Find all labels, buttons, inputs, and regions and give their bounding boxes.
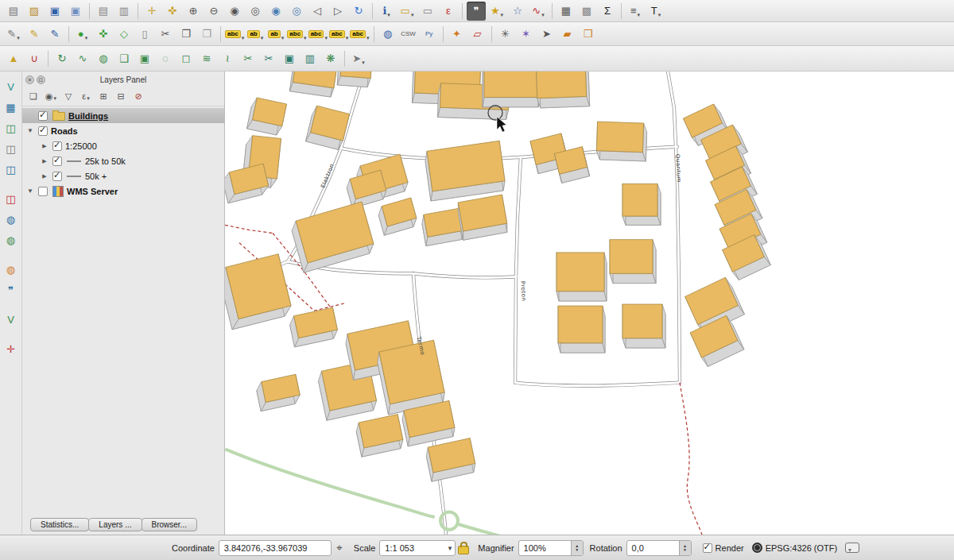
composer-manager-icon[interactable]: ▥ xyxy=(114,2,134,21)
rotate-feature-icon[interactable]: ↻ xyxy=(52,49,72,68)
dropdown-caret-icon[interactable]: ▾ xyxy=(242,35,245,44)
label-pin-icon[interactable]: ab▾ xyxy=(266,25,285,44)
collapse-arrow-icon[interactable]: ▼ xyxy=(25,127,35,134)
new-shapefile-layer-icon[interactable]: V xyxy=(2,310,21,329)
buildings-checkbox[interactable] xyxy=(38,111,48,121)
trace-tool-icon[interactable]: ➤▾ xyxy=(349,49,368,68)
add-delimited-text-icon[interactable]: ❞ xyxy=(2,280,21,299)
map-tips-icon[interactable]: ❞ xyxy=(467,2,486,21)
measure-icon[interactable]: ∿▾ xyxy=(529,2,548,21)
stepper-arrows-icon[interactable]: ▲▼ xyxy=(679,541,691,555)
current-edits-icon[interactable]: ✎▾ xyxy=(4,25,23,44)
attribute-table-icon[interactable]: ▦ xyxy=(556,2,576,21)
cad-input-icon[interactable]: ▲ xyxy=(4,49,23,68)
expand-arrow-icon[interactable]: ▶ xyxy=(40,173,49,180)
zoom-full-icon[interactable]: ◎ xyxy=(246,2,265,21)
add-wfs-layer-icon[interactable]: ◍ xyxy=(2,260,21,279)
zoom-last-icon[interactable]: ◁ xyxy=(308,2,327,21)
render-checkbox[interactable]: Render xyxy=(700,543,744,553)
simplify-feature-icon[interactable]: ∿ xyxy=(73,49,92,68)
zoom-out-icon[interactable]: ⊖ xyxy=(204,2,223,21)
paste-features-icon[interactable]: ❐ xyxy=(197,25,216,44)
dropdown-caret-icon[interactable]: ▾ xyxy=(362,60,365,68)
stepper-arrows-icon[interactable]: ▲▼ xyxy=(571,541,583,555)
rule-25k-50k-checkbox[interactable] xyxy=(52,156,62,166)
georeferencer-icon[interactable]: ▱ xyxy=(468,25,487,44)
split-parts-icon[interactable]: ✂ xyxy=(238,49,258,68)
new-bookmark-icon[interactable]: ★▾ xyxy=(487,2,506,21)
pan-to-selection-icon[interactable]: ✜ xyxy=(163,2,182,21)
copy-features-icon[interactable]: ❐ xyxy=(176,25,196,44)
zoom-in-icon[interactable]: ⊕ xyxy=(184,2,203,21)
rotation-spinner[interactable]: 0,0 ▲▼ xyxy=(626,540,692,556)
add-wms-layer-icon[interactable]: ◍ xyxy=(2,210,21,229)
messages-icon[interactable] xyxy=(845,543,859,553)
measure-line-icon[interactable]: ≡▾ xyxy=(626,2,645,21)
collapse-arrow-icon[interactable]: ▼ xyxy=(25,187,35,195)
snapping-magnet-icon[interactable]: ∪ xyxy=(25,49,44,68)
panel-float-icon[interactable]: ⊡ xyxy=(37,75,45,84)
dropdown-caret-icon[interactable]: ▾ xyxy=(658,12,661,21)
expand-arrow-icon[interactable]: ▶ xyxy=(40,143,49,149)
project-save-as-icon[interactable]: ▣ xyxy=(66,2,85,21)
dropdown-caret-icon[interactable]: ▾ xyxy=(387,12,390,21)
show-bookmarks-icon[interactable]: ☆ xyxy=(508,2,527,21)
coordinate-input[interactable]: 3.842076,-33.967039 xyxy=(219,540,332,556)
scale-combobox[interactable]: 1:1 053 ▾ xyxy=(379,540,456,556)
deselect-features-icon[interactable]: ▭ xyxy=(418,2,437,21)
plugin-orange-1-icon[interactable]: ▰ xyxy=(558,25,577,44)
label-move-icon[interactable]: abc▾ xyxy=(308,25,328,44)
expand-arrow-icon[interactable]: ▶ xyxy=(40,158,49,164)
label-highlight-icon[interactable]: ab▾ xyxy=(246,25,265,44)
processing-toolbox-icon[interactable]: ✦ xyxy=(448,25,467,44)
rule-item-50k-plus[interactable]: ▶ 50k + xyxy=(22,168,224,183)
fill-ring-icon[interactable]: ▣ xyxy=(135,49,154,68)
dropdown-caret-icon[interactable]: ▾ xyxy=(17,35,20,44)
project-new-icon[interactable]: ▤ xyxy=(4,2,23,21)
manage-layer-visibility-icon[interactable]: ◉▾ xyxy=(43,88,59,104)
add-feature-icon[interactable]: ●▾ xyxy=(73,25,92,44)
rule-50k-checkbox[interactable] xyxy=(52,172,62,181)
remove-layer-group-icon[interactable]: ⊘ xyxy=(130,88,146,104)
refresh-map-icon[interactable]: ↻ xyxy=(349,2,368,21)
delete-ring-icon[interactable]: ◌ xyxy=(156,49,175,68)
dropdown-caret-icon[interactable]: ▾ xyxy=(346,35,349,44)
dropdown-caret-icon[interactable]: ▾ xyxy=(87,95,90,104)
identify-features-icon[interactable]: ℹ▾ xyxy=(377,2,396,21)
add-wcs-layer-icon[interactable]: ◍ xyxy=(2,230,21,249)
metasearch-csw-icon[interactable]: CSW xyxy=(399,25,418,44)
wand-tool-icon[interactable]: ✶ xyxy=(517,25,536,44)
zoom-next-icon[interactable]: ▷ xyxy=(328,2,347,21)
split-features-icon[interactable]: ✂ xyxy=(259,49,278,68)
offset-curve-icon[interactable]: ≋ xyxy=(197,49,216,68)
merge-features-icon[interactable]: ▣ xyxy=(280,49,299,68)
node-tool-icon[interactable]: ◇ xyxy=(114,25,134,44)
magnifier-spinner[interactable]: 100% ▲▼ xyxy=(518,540,584,556)
layer-item-roads[interactable]: ▼ Roads xyxy=(22,123,224,138)
filter-legend-icon[interactable]: ▽ xyxy=(60,88,76,104)
merge-attributes-icon[interactable]: ▥ xyxy=(301,49,320,68)
scale-lock-icon[interactable] xyxy=(456,540,471,556)
field-calculator-icon[interactable]: ▩ xyxy=(577,2,596,21)
rule-25000-checkbox[interactable] xyxy=(52,141,62,151)
dropdown-caret-icon[interactable]: ▾ xyxy=(54,95,57,104)
tab-layers[interactable]: Layers ... xyxy=(88,518,142,531)
dropdown-caret-icon[interactable]: ▾ xyxy=(261,35,264,44)
text-annotation-icon[interactable]: T▾ xyxy=(646,2,665,21)
roads-checkbox[interactable] xyxy=(38,126,48,136)
toggle-editing-icon[interactable]: ✎ xyxy=(25,25,44,44)
layer-item-wms-server[interactable]: ▼ WMS Server xyxy=(22,183,224,199)
heatmap-plugin-icon[interactable]: ✳ xyxy=(496,25,515,44)
expand-all-icon[interactable]: ⊞ xyxy=(95,88,111,104)
reshape-features-icon[interactable]: ≀ xyxy=(218,49,237,68)
dropdown-caret-icon[interactable]: ▾ xyxy=(324,35,328,44)
python-console-icon[interactable]: Py xyxy=(420,25,439,44)
tab-statistics[interactable]: Statistics... xyxy=(30,518,89,531)
zoom-to-layer-icon[interactable]: ◎ xyxy=(287,2,306,21)
label-show-hide-icon[interactable]: abc▾ xyxy=(287,25,306,44)
map-canvas[interactable]: Elektron Quantum Proton Termo xyxy=(225,71,954,535)
statistical-summary-icon[interactable]: Σ xyxy=(598,2,617,21)
osm-place-search-icon[interactable]: ◍ xyxy=(378,25,398,44)
add-mssql-layer-icon[interactable]: ◫ xyxy=(2,160,21,179)
dropdown-caret-icon[interactable]: ▾ xyxy=(366,35,370,44)
